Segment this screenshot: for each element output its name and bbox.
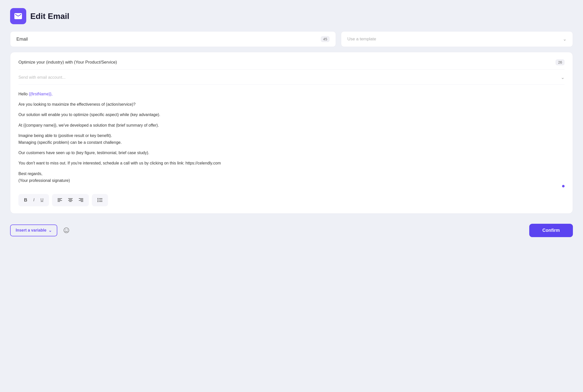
- svg-rect-11: [81, 201, 83, 202]
- svg-rect-15: [99, 200, 102, 200]
- svg-rect-17: [99, 201, 102, 202]
- send-account-row: Send with email account... ⌄: [18, 75, 565, 85]
- list-toolbar-group: [92, 194, 108, 206]
- svg-rect-5: [69, 199, 72, 200]
- underline-button[interactable]: U: [38, 196, 46, 204]
- template-dropdown-label: Use a template: [347, 37, 376, 42]
- email-name-input[interactable]: [16, 37, 321, 42]
- svg-point-12: [97, 198, 98, 199]
- insert-variable-label: Insert a variable: [16, 228, 46, 233]
- svg-rect-6: [68, 200, 73, 201]
- svg-rect-10: [79, 200, 83, 201]
- bottom-bar: Insert a variable ⌄ Confirm: [10, 220, 573, 241]
- insert-variable-chevron-icon: ⌄: [48, 228, 52, 233]
- dot-indicator: [562, 185, 565, 187]
- insert-variable-button[interactable]: Insert a variable ⌄: [10, 225, 57, 236]
- chevron-down-icon: ⌄: [563, 36, 567, 42]
- svg-point-19: [65, 230, 66, 230]
- send-account-chevron-icon[interactable]: ⌄: [561, 75, 565, 80]
- body-line-4: Imagine being able to (positive result o…: [18, 132, 565, 146]
- page-title: Edit Email: [30, 12, 69, 21]
- body-line-1: Are you looking to maximize the effectiv…: [18, 101, 565, 108]
- email-name-field: 45: [10, 31, 336, 47]
- editor-card: 26 Send with email account... ⌄ Hello {{…: [10, 52, 573, 214]
- svg-rect-9: [80, 199, 83, 200]
- email-icon: [14, 12, 23, 21]
- svg-rect-0: [58, 198, 62, 199]
- svg-rect-13: [99, 198, 102, 199]
- body-line-2: Our solution will enable you to optimize…: [18, 111, 565, 118]
- emoji-icon: [63, 227, 69, 233]
- page-header: Edit Email: [10, 8, 573, 24]
- svg-point-20: [67, 230, 68, 230]
- body-line-6: You don't want to miss out. If you're in…: [18, 160, 565, 166]
- svg-point-18: [64, 228, 69, 233]
- editor-toolbar: B I U: [18, 190, 565, 206]
- body-line-5: Our customers have seen up to (key figur…: [18, 149, 565, 156]
- align-right-button[interactable]: [76, 197, 86, 203]
- firstname-variable: {{firstName}},: [29, 92, 52, 96]
- bold-button[interactable]: B: [21, 196, 30, 204]
- top-controls: 45 Use a template ⌄: [10, 31, 573, 47]
- formatting-toolbar-group: B I U: [18, 194, 49, 206]
- email-body[interactable]: Hello {{firstName}}, Are you looking to …: [18, 91, 565, 184]
- svg-rect-1: [58, 199, 61, 200]
- subject-char-count: 26: [555, 59, 565, 65]
- alignment-toolbar-group: [52, 194, 89, 206]
- email-name-char-count: 45: [321, 36, 330, 42]
- italic-button[interactable]: I: [31, 196, 37, 204]
- bottom-left-controls: Insert a variable ⌄: [10, 225, 71, 236]
- body-line-7: Best regards,(Your professional signatur…: [18, 170, 565, 184]
- confirm-button[interactable]: Confirm: [529, 224, 573, 237]
- svg-rect-3: [58, 201, 60, 202]
- greeting-line: Hello {{firstName}},: [18, 91, 565, 97]
- align-left-button[interactable]: [55, 197, 65, 203]
- svg-point-16: [97, 201, 98, 202]
- svg-rect-4: [68, 198, 73, 199]
- subject-row: 26: [18, 59, 565, 70]
- list-button[interactable]: [95, 197, 105, 204]
- body-line-3: At {{company name}}, we've developed a s…: [18, 122, 565, 129]
- align-center-button[interactable]: [66, 197, 75, 203]
- svg-rect-2: [58, 200, 62, 201]
- svg-point-14: [97, 200, 98, 201]
- template-dropdown[interactable]: Use a template ⌄: [341, 31, 573, 47]
- svg-rect-7: [69, 201, 72, 202]
- send-account-placeholder: Send with email account...: [18, 75, 66, 80]
- emoji-button[interactable]: [61, 225, 71, 235]
- email-icon-box: [10, 8, 26, 24]
- subject-input[interactable]: [18, 60, 555, 65]
- svg-rect-8: [79, 198, 83, 199]
